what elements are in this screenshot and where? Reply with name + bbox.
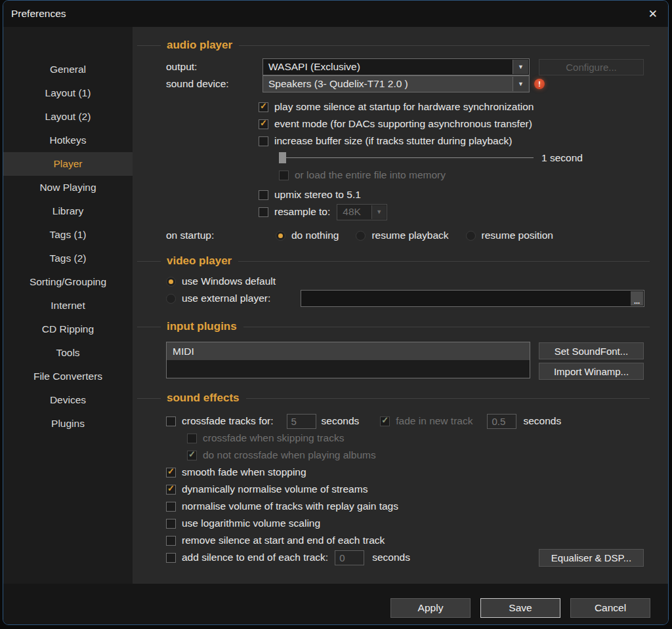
warning-icon: !	[534, 79, 545, 89]
slider-track[interactable]	[279, 157, 534, 158]
load-memory-label[interactable]: or load the entire file into memory	[295, 169, 446, 181]
crossfade-skip-checkbox[interactable]	[187, 434, 197, 443]
increase-buffer-label[interactable]: increase buffer size (if tracks stutter …	[274, 135, 512, 147]
do-nothing-radio[interactable]	[276, 231, 285, 241]
sidebar-item-player[interactable]: Player	[3, 152, 133, 176]
crossfade-skip-label[interactable]: crossfade when skipping tracks	[203, 432, 344, 444]
save-button[interactable]: Save	[480, 598, 560, 618]
footer-bar: Apply Save Cancel	[3, 584, 668, 624]
on-startup-row: on startup: do nothing resume playback r…	[166, 227, 650, 244]
buffer-size-slider[interactable]	[279, 152, 534, 164]
remove-silence-checkbox[interactable]	[166, 536, 176, 546]
sidebar-item-hotkeys[interactable]: Hotkeys	[3, 129, 133, 152]
apply-button[interactable]: Apply	[390, 598, 471, 618]
add-silence-label[interactable]: add silence to end of each track:	[182, 552, 328, 563]
no-crossfade-albums-row: do not crossfade when playing albums	[187, 447, 650, 464]
add-silence-seconds-input[interactable]	[335, 550, 364, 565]
sidebar-item-devices[interactable]: Devices	[3, 388, 133, 412]
windows-default-row: use Windows default	[166, 273, 650, 290]
sidebar-item-layout-2[interactable]: Layout (2)	[3, 105, 133, 129]
sidebar-item-library[interactable]: Library	[3, 199, 133, 223]
sidebar-item-tags-1[interactable]: Tags (1)	[3, 223, 133, 247]
input-plugins-section-header: input plugins	[137, 320, 650, 333]
no-crossfade-albums-checkbox[interactable]	[187, 451, 197, 460]
sidebar-item-sorting-grouping[interactable]: Sorting/Grouping	[3, 270, 133, 294]
replay-gain-label[interactable]: normalise volume of tracks with replay g…	[182, 500, 398, 512]
chevron-down-icon[interactable]: ▼	[513, 60, 528, 74]
add-silence-checkbox[interactable]	[166, 553, 176, 563]
sidebar-item-tools[interactable]: Tools	[3, 341, 133, 365]
smooth-fade-checkbox[interactable]	[166, 468, 176, 477]
remove-silence-label[interactable]: remove silence at start and end of each …	[182, 535, 385, 546]
add-silence-row: add silence to end of each track: second…	[166, 549, 650, 566]
sidebar-item-tags-2[interactable]: Tags (2)	[3, 247, 133, 270]
crossfade-seconds-input[interactable]	[287, 414, 316, 429]
replay-gain-row: normalise volume of tracks with replay g…	[166, 498, 650, 515]
play-silence-label[interactable]: play some silence at startup for hardwar…	[274, 101, 534, 113]
sound-device-row: sound device: Speakers (3- Qudelix-T71 2…	[166, 75, 650, 92]
resume-playback-radio[interactable]	[356, 231, 366, 241]
close-icon[interactable]: ✕	[648, 9, 658, 20]
sidebar-item-cd-ripping[interactable]: CD Ripping	[3, 317, 133, 341]
do-nothing-label[interactable]: do nothing	[291, 230, 339, 241]
equaliser-dsp-button[interactable]: Equaliser & DSP...	[539, 549, 644, 567]
set-soundfont-button[interactable]: Set SoundFont...	[539, 342, 644, 359]
upmix-checkbox[interactable]	[259, 190, 268, 200]
chevron-down-icon[interactable]: ▼	[371, 205, 386, 219]
resume-position-radio[interactable]	[466, 231, 476, 241]
windows-default-radio[interactable]	[166, 277, 176, 287]
sidebar-item-now-playing[interactable]: Now Playing	[3, 176, 133, 199]
event-mode-label[interactable]: event mode (for DACs supporting asynchro…	[274, 118, 532, 130]
resample-label[interactable]: resample to:	[274, 206, 330, 218]
resample-rate-dropdown[interactable]: 48K ▼	[337, 204, 387, 220]
dynamic-normalise-checkbox[interactable]	[166, 485, 176, 495]
resume-playback-label[interactable]: resume playback	[371, 230, 448, 241]
upmix-label[interactable]: upmix stereo to 5.1	[274, 189, 361, 201]
windows-default-label[interactable]: use Windows default	[182, 275, 276, 287]
crossfade-skip-row: crossfade when skipping tracks	[187, 430, 650, 447]
section-title-sound-effects: sound effects	[167, 392, 240, 405]
section-title-video-player: video player	[167, 254, 232, 268]
fade-in-label[interactable]: fade in new track	[396, 415, 472, 427]
fade-in-checkbox[interactable]	[380, 416, 390, 426]
crossfade-row: crossfade tracks for: seconds fade in ne…	[166, 413, 650, 430]
list-item-empty[interactable]	[167, 360, 530, 378]
dynamic-normalise-label[interactable]: dynamically normalise volume of streams	[182, 483, 368, 495]
resample-rate-value: 48K	[343, 206, 361, 218]
chevron-down-icon[interactable]: ▼	[513, 77, 528, 91]
no-crossfade-albums-label[interactable]: do not crossfade when playing albums	[203, 449, 376, 461]
event-mode-checkbox[interactable]	[259, 119, 268, 129]
log-volume-checkbox[interactable]	[166, 519, 176, 529]
log-volume-label[interactable]: use logarithmic volume scaling	[182, 517, 320, 529]
load-memory-checkbox[interactable]	[279, 171, 289, 180]
sidebar-item-layout-1[interactable]: Layout (1)	[3, 81, 133, 105]
sidebar-item-plugins[interactable]: Plugins	[3, 412, 133, 436]
play-silence-checkbox[interactable]	[259, 102, 268, 112]
cancel-button[interactable]: Cancel	[570, 598, 650, 618]
list-item-midi[interactable]: MIDI	[167, 342, 530, 360]
sound-device-dropdown[interactable]: Speakers (3- Qudelix-T71 2.0 ) ▼	[262, 75, 530, 92]
external-player-label[interactable]: use external player:	[182, 293, 270, 304]
resample-checkbox[interactable]	[259, 207, 268, 217]
sidebar-item-internet[interactable]: Internet	[3, 294, 133, 317]
sidebar-item-file-converters[interactable]: File Converters	[3, 365, 133, 388]
sidebar-item-general[interactable]: General	[3, 58, 133, 81]
crossfade-checkbox[interactable]	[166, 416, 176, 426]
configure-button[interactable]: Configure...	[539, 59, 644, 75]
fade-in-unit: seconds	[523, 415, 561, 427]
crossfade-label[interactable]: crossfade tracks for:	[182, 415, 274, 427]
smooth-fade-label[interactable]: smooth fade when stopping	[182, 466, 306, 478]
resume-position-label[interactable]: resume position	[482, 230, 553, 241]
external-player-radio[interactable]	[166, 294, 176, 304]
browse-icon[interactable]: ...	[631, 291, 643, 306]
replay-gain-checkbox[interactable]	[166, 502, 176, 512]
external-player-path-input[interactable]: ...	[301, 290, 644, 307]
output-dropdown[interactable]: WASAPI (Exclusive) ▼	[262, 58, 530, 75]
upmix-row: upmix stereo to 5.1	[259, 186, 650, 203]
resample-row: resample to: 48K ▼	[259, 203, 650, 220]
load-memory-row: or load the entire file into memory	[279, 167, 650, 184]
fade-in-seconds-input[interactable]	[487, 414, 516, 429]
slider-thumb[interactable]	[279, 152, 286, 163]
import-winamp-button[interactable]: Import Winamp...	[539, 363, 644, 380]
increase-buffer-checkbox[interactable]	[259, 136, 268, 146]
